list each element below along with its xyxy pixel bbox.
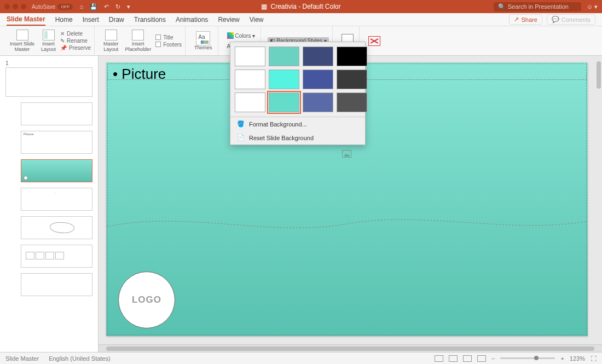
tab-insert[interactable]: Insert	[83, 14, 99, 25]
comments-label: Comments	[562, 16, 591, 23]
master-layout-button[interactable]: Master Layout	[101, 28, 121, 54]
zoom-in-button[interactable]: +	[560, 355, 564, 362]
format-background-item[interactable]: 🪣 Format Background...	[230, 117, 365, 131]
ribbon-tabs: Slide Master Home Insert Draw Transition…	[0, 13, 602, 26]
autosave-state: OFF	[57, 4, 73, 10]
thumb-layout-6[interactable]	[21, 245, 92, 268]
thumb-layout-7[interactable]	[21, 273, 92, 296]
tab-draw[interactable]: Draw	[109, 14, 124, 25]
picture-placeholder-icon[interactable]	[342, 150, 351, 158]
thumb-layout-2[interactable]: Picture	[21, 131, 92, 154]
status-mode: Slide Master	[5, 355, 39, 362]
search-placeholder: Search in Presentation	[508, 3, 569, 10]
title-checkbox[interactable]: Title	[155, 34, 182, 41]
bg-swatch-6[interactable]	[303, 70, 333, 89]
autosave-toggle[interactable]: AutoSave OFF	[32, 4, 73, 10]
zoom-slider[interactable]	[500, 357, 555, 359]
save-icon[interactable]: 💾	[90, 3, 97, 10]
insert-slide-master-label: Insert Slide Master	[10, 42, 34, 53]
tab-animations[interactable]: Animations	[176, 14, 208, 25]
logo-placeholder[interactable]: LOGO	[118, 271, 175, 328]
reading-view-button[interactable]	[463, 355, 472, 362]
background-styles-popup: 🪣 Format Background... 📄 Reset Slide Bac…	[230, 42, 366, 145]
comments-button[interactable]: 💬 Comments	[547, 14, 595, 25]
document-title-text: Creativia - Default Color	[270, 3, 340, 10]
theme-icon	[196, 31, 210, 45]
window-controls[interactable]	[4, 4, 26, 9]
thumbnail-pane[interactable]: 1 Picture	[0, 56, 99, 352]
bg-swatch-0[interactable]	[235, 47, 265, 66]
search-input[interactable]: 🔍 Search in Presentation	[494, 2, 581, 11]
slideshow-view-button[interactable]	[477, 355, 486, 362]
master-layout-label: Master Layout	[103, 42, 119, 53]
normal-view-button[interactable]	[435, 355, 443, 362]
thumb-layout-5[interactable]	[21, 216, 92, 239]
wave-divider	[106, 213, 588, 235]
logo-text: LOGO	[132, 294, 161, 305]
search-icon: 🔍	[498, 3, 506, 10]
title-bar: AutoSave OFF ⌂ 💾 ↶ ↻ ▾ ▦ Creativia - Def…	[0, 0, 602, 13]
bg-swatch-9[interactable]	[269, 93, 299, 112]
bg-swatch-10[interactable]	[303, 93, 333, 112]
insert-layout-label: Insert Layout	[41, 42, 56, 53]
themes-label: Themes	[194, 45, 212, 51]
tab-transitions[interactable]: Transitions	[134, 14, 166, 25]
tab-view[interactable]: View	[250, 14, 264, 25]
master-number: 1	[5, 60, 92, 66]
bg-swatch-5[interactable]	[269, 70, 299, 89]
swatch-grid	[230, 42, 365, 117]
undo-icon[interactable]: ↶	[104, 3, 109, 10]
fit-window-button[interactable]: ⛶	[591, 355, 597, 362]
thumb-layout-1[interactable]	[21, 102, 92, 125]
themes-button[interactable]: Themes	[192, 30, 215, 52]
colors-dropdown[interactable]: Colors ▾	[225, 32, 258, 39]
zoom-out-button[interactable]: −	[491, 355, 495, 362]
autosave-label: AutoSave	[32, 4, 55, 10]
thumb-master[interactable]	[5, 67, 92, 97]
tab-home[interactable]: Home	[55, 14, 73, 25]
share-label: Share	[521, 16, 537, 23]
colors-icon	[227, 32, 234, 39]
account-icon[interactable]: ☺ ▾	[587, 3, 598, 10]
share-button[interactable]: ↗ Share	[509, 14, 542, 25]
insert-slide-master-button[interactable]: Insert Slide Master	[8, 28, 37, 54]
bg-swatch-3[interactable]	[337, 47, 367, 66]
thumb-layout-4[interactable]	[21, 188, 92, 211]
bg-swatch-8[interactable]	[235, 93, 265, 112]
insert-placeholder-button[interactable]: Insert Placeholder	[123, 28, 154, 54]
reset-background-item[interactable]: 📄 Reset Slide Background	[230, 131, 365, 145]
footers-checkbox[interactable]: Footers	[155, 42, 182, 48]
tab-slide-master[interactable]: Slide Master	[7, 14, 45, 26]
document-title: ▦ Creativia - Default Color	[261, 3, 340, 10]
close-master-button[interactable]	[366, 35, 383, 47]
close-icon	[368, 36, 380, 46]
delete-button[interactable]: ✕ Delete	[60, 31, 91, 37]
tab-review[interactable]: Review	[218, 14, 239, 25]
redo-icon[interactable]: ↻	[115, 3, 120, 10]
home-icon[interactable]: ⌂	[79, 3, 83, 10]
status-bar: Slide Master English (United States) − +…	[0, 352, 602, 364]
insert-layout-button[interactable]: Insert Layout	[39, 28, 58, 54]
thumb-layout-3-selected[interactable]	[21, 159, 92, 182]
status-language[interactable]: English (United States)	[49, 355, 111, 362]
vertical-scrollbar[interactable]	[597, 61, 601, 89]
bg-swatch-7[interactable]	[337, 70, 367, 89]
horizontal-scrollbar[interactable]	[99, 344, 602, 352]
sorter-view-button[interactable]	[449, 355, 458, 362]
zoom-value[interactable]: 123%	[570, 355, 585, 362]
rename-button[interactable]: ✎ Rename	[60, 38, 91, 44]
insert-ph-label: Insert Placeholder	[125, 42, 152, 53]
bg-swatch-4[interactable]	[235, 70, 265, 89]
presentation-icon: ▦	[261, 3, 267, 10]
bg-swatch-2[interactable]	[303, 47, 333, 66]
bg-swatch-1[interactable]	[269, 47, 299, 66]
preserve-button[interactable]: 📌 Preserve	[60, 45, 91, 51]
bg-swatch-11[interactable]	[337, 93, 367, 112]
dropdown-icon[interactable]: ▾	[127, 3, 130, 10]
